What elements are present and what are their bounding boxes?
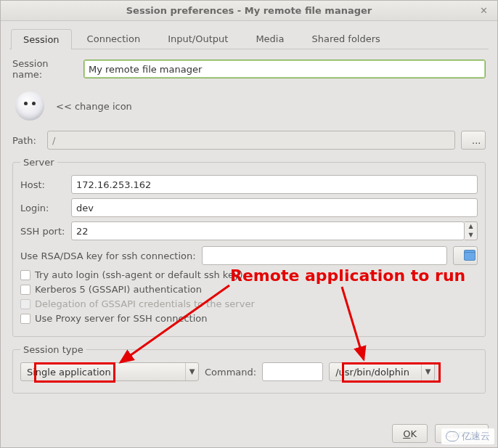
host-label: Host: [20, 179, 65, 190]
preferences-window: Session preferences - My remote file man… [0, 0, 498, 448]
app-path-value: /usr/bin/dolphin [330, 367, 421, 378]
session-icon [15, 91, 44, 121]
dialog-footer: OK Cancel [1, 423, 497, 447]
session-name-label: Session name: [12, 58, 78, 80]
tab-page-session: Session name: << change icon Path: ... S… [9, 49, 489, 415]
session-type-legend: Session type [20, 344, 86, 355]
login-label: Login: [20, 203, 65, 213]
ssh-port-label: SSH port: [20, 226, 65, 237]
ok-label-rest: K [410, 428, 417, 439]
command-label: Command: [205, 367, 256, 378]
opt-kerberos[interactable]: Kerberos 5 (GSSAPI) authentication [20, 284, 478, 295]
ssh-key-label: Use RSA/DSA key for ssh connection: [20, 251, 196, 261]
command-input[interactable] [262, 362, 323, 381]
chevron-up-icon[interactable]: ▲ [465, 222, 477, 231]
path-label: Path: [12, 135, 41, 146]
ssh-key-browse-button[interactable] [453, 246, 478, 265]
server-group: Server Host: Login: SSH port: ▲▼ [12, 157, 486, 337]
tab-input-output[interactable]: Input/Output [155, 28, 240, 49]
session-type-combo[interactable]: Single application ▼ [20, 362, 199, 381]
tab-connection[interactable]: Connection [75, 28, 153, 49]
tab-shared-folders[interactable]: Shared folders [299, 28, 392, 49]
session-type-value: Single application [21, 367, 185, 378]
checkbox-icon[interactable] [20, 314, 30, 324]
close-icon[interactable]: ✕ [480, 5, 491, 17]
folder-icon [464, 252, 475, 261]
ssh-key-input[interactable] [202, 246, 447, 265]
tab-bar: Session Connection Input/Output Media Sh… [9, 28, 489, 49]
ssh-port-spinner[interactable]: ▲▼ [465, 221, 478, 240]
titlebar: Session preferences - My remote file man… [1, 1, 497, 21]
window-title: Session preferences - My remote file man… [126, 5, 372, 16]
session-name-input[interactable] [83, 60, 486, 78]
opt-proxy[interactable]: Use Proxy server for SSH connection [20, 313, 478, 324]
checkbox-icon[interactable] [20, 285, 30, 295]
chevron-down-icon: ▼ [185, 363, 198, 380]
watermark-logo-icon [446, 431, 459, 441]
host-input[interactable] [71, 175, 478, 194]
watermark-text: 亿速云 [462, 430, 490, 443]
change-icon-link[interactable]: << change icon [56, 101, 132, 112]
ssh-port-input[interactable] [71, 221, 465, 240]
opt-gssapi-delegation: Delegation of GSSAPI credentials to the … [20, 298, 478, 309]
path-browse-button[interactable]: ... [461, 131, 486, 150]
chevron-down-icon[interactable]: ▼ [465, 231, 477, 240]
chevron-down-icon: ▼ [421, 363, 434, 380]
tab-media[interactable]: Media [243, 28, 296, 49]
content-area: Session Connection Input/Output Media Sh… [1, 21, 497, 423]
server-legend: Server [20, 157, 57, 168]
opt-auto-login[interactable]: Try auto login (ssh-agent or default ssh… [20, 269, 478, 280]
watermark: 亿速云 [441, 428, 494, 444]
ok-button[interactable]: OK [392, 424, 428, 443]
checkbox-icon [20, 299, 30, 309]
session-type-group: Session type Single application ▼ Comman… [12, 344, 486, 394]
login-input[interactable] [71, 198, 478, 217]
checkbox-icon[interactable] [20, 270, 30, 280]
app-path-combo[interactable]: /usr/bin/dolphin ▼ [329, 362, 435, 381]
tab-session[interactable]: Session [11, 29, 72, 49]
path-input [47, 131, 455, 150]
